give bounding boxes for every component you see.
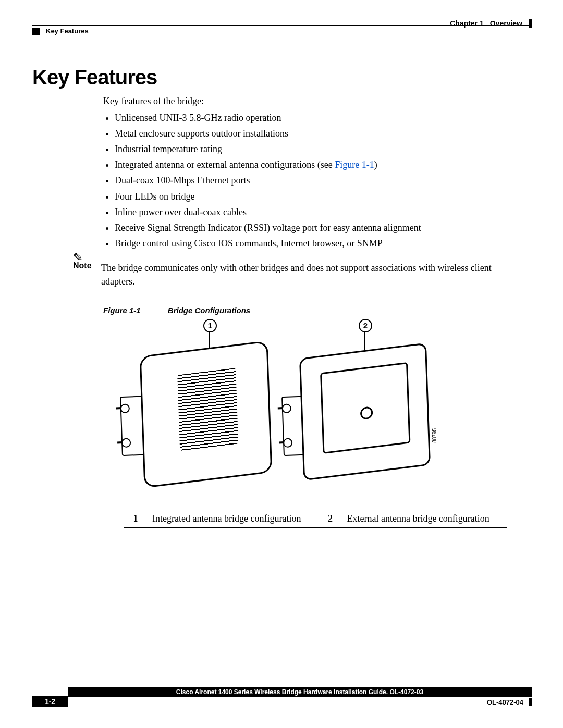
figure-link[interactable]: Figure 1-1	[335, 159, 374, 170]
list-item: Integrated antenna or external antenna c…	[115, 158, 507, 171]
legend-num: 2	[319, 510, 341, 528]
callout-line	[364, 331, 365, 352]
list-item: Receive Signal Strength Indicator (RSSI)…	[115, 221, 507, 235]
callout-1: 1	[203, 319, 217, 332]
figure-part-number: 88795	[432, 428, 437, 443]
list-item: Industrial temperature rating	[115, 142, 507, 156]
header-square-icon	[32, 28, 40, 35]
callout-2: 2	[359, 319, 372, 332]
list-item: Dual-coax 100-Mbps Ethernet ports	[115, 174, 507, 187]
section-heading: Key Features	[32, 66, 531, 89]
list-item: Bridge control using Cisco IOS commands,…	[115, 237, 507, 250]
legend-num: 1	[124, 510, 147, 528]
list-item: Metal enclosure supports outdoor install…	[115, 127, 507, 140]
list-item: Inline power over dual-coax cables	[115, 205, 507, 219]
bolt-icon	[282, 404, 292, 414]
pencil-icon: ✎	[72, 250, 83, 264]
footer-right: OL-4072-04	[487, 698, 532, 706]
figure-title: Bridge Configurations	[168, 306, 250, 315]
figure-illustration: 1 2 88795	[124, 319, 507, 507]
list-item-suffix: )	[374, 159, 377, 170]
header-left: Key Features	[32, 27, 89, 35]
page-number: 1-2	[32, 696, 68, 707]
list-item: Four LEDs on bridge	[115, 190, 507, 203]
antenna-grill-icon	[177, 368, 238, 451]
bolt-icon	[120, 404, 130, 414]
chapter-label: Chapter 1	[450, 19, 484, 28]
table-row: 1 Integrated antenna bridge configuratio…	[124, 510, 507, 528]
note-block: ✎ Note The bridge communicates only with…	[103, 260, 507, 288]
footer-doc-title: Cisco Aironet 1400 Series Wireless Bridg…	[68, 687, 532, 697]
intro-text: Key features of the bridge:	[103, 94, 507, 108]
body-column: Key features of the bridge: Unlicensed U…	[103, 94, 507, 250]
legend-text: External antenna bridge configuration	[341, 510, 507, 528]
legend-text: Integrated antenna bridge configuration	[147, 510, 319, 528]
bolt-icon	[283, 438, 293, 448]
header-right: Chapter 1 Overview	[450, 19, 532, 28]
section-crumb: Key Features	[46, 27, 89, 35]
figure-caption: Figure 1-1 Bridge Configurations	[103, 306, 531, 315]
external-antenna-device	[299, 343, 431, 481]
chapter-title: Overview	[490, 19, 522, 28]
doc-id: OL-4072-04	[487, 698, 523, 706]
footer-bar-icon	[529, 698, 532, 706]
integrated-antenna-device	[140, 341, 273, 488]
list-item-text: Integrated antenna or external antenna c…	[115, 159, 335, 170]
note-label-column: ✎ Note	[73, 260, 104, 270]
list-item: Unlicensed UNII-3 5.8-GHz radio operatio…	[115, 111, 507, 125]
figure-legend-table: 1 Integrated antenna bridge configuratio…	[124, 510, 507, 528]
page: Chapter 1 Overview Key Features Key Feat…	[0, 0, 563, 728]
note-body: The bridge communicates only with other …	[101, 260, 507, 288]
feature-list: Unlicensed UNII-3 5.8-GHz radio operatio…	[103, 111, 507, 250]
figure-label: Figure 1-1	[103, 306, 141, 315]
header-bar-icon	[529, 19, 532, 28]
bolt-icon	[121, 438, 131, 448]
